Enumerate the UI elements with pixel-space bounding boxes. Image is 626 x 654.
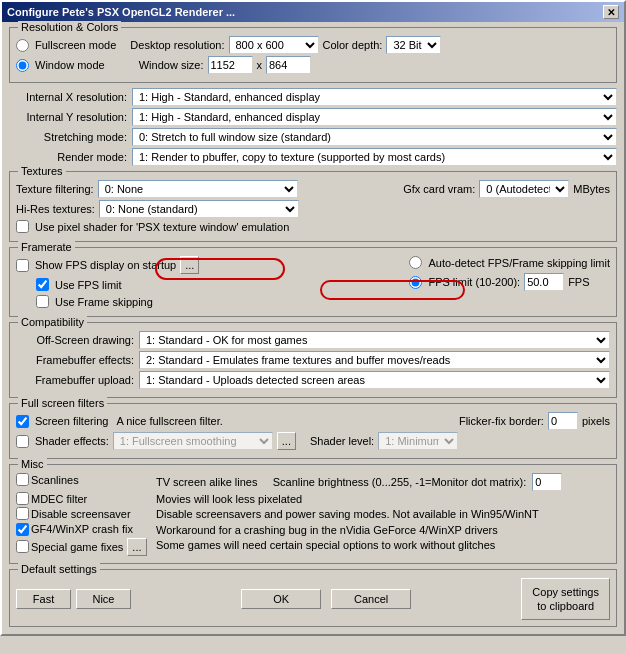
- flicker-unit: pixels: [582, 415, 610, 427]
- window-radio[interactable]: [16, 59, 29, 72]
- inty-label: Internal Y resolution:: [9, 111, 127, 123]
- disable-ss-desc: Disable screensavers and power saving mo…: [156, 507, 610, 521]
- internal-res-section: Internal X resolution: 1: High - Standar…: [9, 88, 617, 166]
- fps-limit-radio[interactable]: [409, 276, 422, 289]
- shader-check[interactable]: [16, 435, 29, 448]
- default-settings-group: Default settings Fast Nice OK Cancel Cop…: [9, 569, 617, 628]
- fps-limit-row: Use FPS limit: [36, 278, 397, 291]
- scanline-bright-input[interactable]: [532, 473, 562, 491]
- gfx-label: Gfx card vram:: [403, 183, 475, 195]
- scanlines-desc: TV screen alike lines Scanline brightnes…: [156, 473, 610, 491]
- render-row: Render mode: 1: Render to pbuffer, copy …: [9, 148, 617, 166]
- special-check[interactable]: [16, 540, 29, 553]
- show-fps-check[interactable]: [16, 259, 29, 272]
- fps-unit-label: FPS: [568, 276, 589, 288]
- scanlines-row: Scanlines TV screen alike lines Scanline…: [16, 473, 610, 491]
- cancel-button[interactable]: Cancel: [331, 589, 411, 609]
- fb-eff-select[interactable]: 2: Standard - Emulates frame textures an…: [139, 351, 610, 369]
- nice-button[interactable]: Nice: [76, 589, 131, 609]
- fs-filters-title: Full screen filters: [18, 397, 107, 409]
- textures-group-title: Textures: [18, 165, 66, 177]
- frame-skip-row: Use Frame skipping: [36, 295, 397, 308]
- fullscreen-filters-group: Full screen filters Screen filtering A n…: [9, 403, 617, 459]
- mdec-check[interactable]: [16, 492, 29, 505]
- disable-ss-check-group: Disable screensaver: [16, 507, 156, 520]
- shader-level-select[interactable]: 1: Minimum: [378, 432, 458, 450]
- screen-filter-desc: A nice fullscreen filter.: [116, 415, 222, 427]
- window-size-label: Window size:: [139, 59, 204, 71]
- resolution-group: Resolution & Colors Fullscreen mode Desk…: [9, 27, 617, 83]
- mdec-desc: Movies will look less pixelated: [156, 492, 610, 506]
- fb-up-label: Framebuffer upload:: [16, 374, 134, 386]
- use-frame-skip-label: Use Frame skipping: [55, 296, 153, 308]
- fast-button[interactable]: Fast: [16, 589, 71, 609]
- inty-row: Internal Y resolution: 1: High - Standar…: [9, 108, 617, 126]
- screen-filter-row: Screen filtering A nice fullscreen filte…: [16, 412, 610, 430]
- preset-buttons: Fast Nice: [16, 589, 131, 609]
- misc-group: Misc Scanlines TV screen alike lines Sca…: [9, 464, 617, 564]
- default-buttons-row: Fast Nice OK Cancel Copy settings to cli…: [16, 578, 610, 621]
- close-button[interactable]: ✕: [603, 5, 619, 19]
- fb-eff-label: Framebuffer effects:: [16, 354, 134, 366]
- flicker-input[interactable]: [548, 412, 578, 430]
- stretch-select[interactable]: 0: Stretch to full window size (standard…: [132, 128, 617, 146]
- main-window: Configure Pete's PSX OpenGL2 Renderer ..…: [0, 0, 626, 636]
- disable-ss-check[interactable]: [16, 507, 29, 520]
- gf4-check[interactable]: [16, 523, 29, 536]
- fb-up-row: Framebuffer upload: 1: Standard - Upload…: [16, 371, 610, 389]
- use-fps-limit-label: Use FPS limit: [55, 279, 122, 291]
- intx-label: Internal X resolution:: [9, 91, 127, 103]
- scanlines-check[interactable]: [16, 473, 29, 486]
- pixel-shader-label: Use pixel shader for 'PSX texture window…: [35, 221, 289, 233]
- intx-select[interactable]: 1: High - Standard, enhanced display: [132, 88, 617, 106]
- special-check-group: Special game fixes ...: [16, 538, 156, 556]
- special-btn[interactable]: ...: [127, 538, 146, 556]
- desktop-res-label: Desktop resolution:: [130, 39, 224, 51]
- use-frame-skip-check[interactable]: [36, 295, 49, 308]
- offscreen-select[interactable]: 1: Standard - OK for most games: [139, 331, 610, 349]
- title-bar: Configure Pete's PSX OpenGL2 Renderer ..…: [2, 2, 624, 22]
- desktop-res-select[interactable]: 800 x 600: [229, 36, 319, 54]
- fb-up-select[interactable]: 1: Standard - Uploads detected screen ar…: [139, 371, 610, 389]
- hires-select[interactable]: 0: None (standard): [99, 200, 299, 218]
- scanlines-check-group: Scanlines: [16, 473, 156, 486]
- framerate-left: Show FPS display on startup ... Use FPS …: [16, 256, 397, 310]
- default-settings-title: Default settings: [18, 563, 100, 575]
- render-label: Render mode:: [9, 151, 127, 163]
- window-title: Configure Pete's PSX OpenGL2 Renderer ..…: [7, 6, 235, 18]
- screen-filter-label: Screen filtering: [35, 415, 108, 427]
- tex-filter-select[interactable]: 0: None: [98, 180, 298, 198]
- shader-btn[interactable]: ...: [277, 432, 296, 450]
- gfx-select[interactable]: 0 (Autodetect): [479, 180, 569, 198]
- color-depth-label: Color depth:: [323, 39, 383, 51]
- shader-label: Shader effects:: [35, 435, 109, 447]
- show-fps-btn[interactable]: ...: [180, 256, 199, 274]
- inty-select[interactable]: 1: High - Standard, enhanced display: [132, 108, 617, 126]
- ok-button[interactable]: OK: [241, 589, 321, 609]
- special-label: Special game fixes: [31, 541, 123, 553]
- mdec-label: MDEC filter: [31, 493, 87, 505]
- auto-detect-radio[interactable]: [409, 256, 422, 269]
- fps-limit-input[interactable]: [524, 273, 564, 291]
- disable-ss-row: Disable screensaver Disable screensavers…: [16, 507, 610, 521]
- compat-group-title: Compatibility: [18, 316, 87, 328]
- fullscreen-radio[interactable]: [16, 39, 29, 52]
- color-depth-select[interactable]: 32 Bit 16 Bit: [386, 36, 441, 54]
- scanlines-label: Scanlines: [31, 474, 79, 486]
- show-fps-label: Show FPS display on startup: [35, 259, 176, 271]
- special-row: Special game fixes ... Some games will n…: [16, 538, 610, 556]
- auto-detect-row: Auto-detect FPS/Frame skipping limit: [409, 256, 610, 269]
- render-select[interactable]: 1: Render to pbuffer, copy to texture (s…: [132, 148, 617, 166]
- copy-settings-button[interactable]: Copy settings to clipboard: [521, 578, 610, 621]
- use-fps-limit-check[interactable]: [36, 278, 49, 291]
- tex-filter-label: Texture filtering:: [16, 183, 94, 195]
- gf4-label: GF4/WinXP crash fix: [31, 523, 133, 535]
- window-width-input[interactable]: [208, 56, 253, 74]
- screen-filter-check[interactable]: [16, 415, 29, 428]
- shader-select[interactable]: 1: Fullscreen smoothing: [113, 432, 273, 450]
- pixel-shader-check[interactable]: [16, 220, 29, 233]
- dialog-buttons: OK Cancel: [136, 589, 516, 609]
- main-content: Resolution & Colors Fullscreen mode Desk…: [2, 22, 624, 634]
- window-height-input[interactable]: [266, 56, 311, 74]
- shader-level-label: Shader level:: [310, 435, 374, 447]
